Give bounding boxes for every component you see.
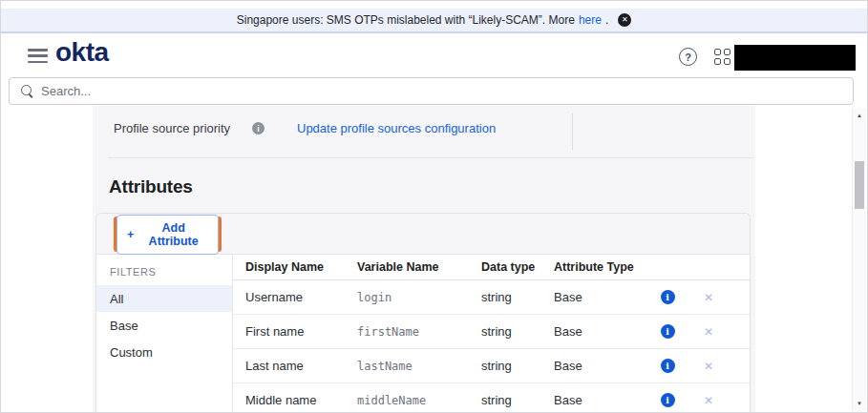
remove-icon[interactable]: ✕ xyxy=(704,360,713,373)
attributes-body: FILTERS All Base Custom Display Name Var… xyxy=(96,255,750,413)
banner-link[interactable]: here xyxy=(579,13,602,27)
info-tooltip-icon[interactable]: i xyxy=(252,122,265,134)
vertical-scrollbar[interactable]: ▲ ▼ xyxy=(852,108,866,411)
top-bar: okta ? xyxy=(1,35,867,75)
cell-display-name: Last name xyxy=(233,359,357,373)
scroll-down-icon[interactable]: ▼ xyxy=(853,401,866,406)
info-icon[interactable]: i xyxy=(661,359,675,373)
remove-icon[interactable]: ✕ xyxy=(704,291,713,304)
page-title: Attributes xyxy=(109,176,193,197)
table-row: First name firstName string Base i ✕ xyxy=(233,315,750,349)
attributes-card: + Add Attribute FILTERS All Base Custom … xyxy=(95,213,751,413)
cell-variable-name: login xyxy=(357,291,481,304)
table-row: Username login string Base i ✕ xyxy=(233,280,750,315)
filters-heading: FILTERS xyxy=(96,258,232,285)
cell-variable-name: middleName xyxy=(357,394,481,407)
filter-item-all[interactable]: All xyxy=(96,285,232,312)
scrollbar-thumb[interactable] xyxy=(855,161,864,209)
info-icon[interactable]: i xyxy=(661,324,675,339)
cell-data-type: string xyxy=(481,393,554,407)
cell-attribute-type: Base xyxy=(554,393,646,407)
banner-text: Singapore users: SMS OTPs mislabeled wit… xyxy=(237,13,575,27)
remove-icon[interactable]: ✕ xyxy=(704,394,713,407)
scroll-up-icon[interactable]: ▲ xyxy=(853,113,866,118)
cell-display-name: Middle name xyxy=(233,393,357,407)
profile-source-label: Profile source priority xyxy=(114,121,230,135)
remove-icon[interactable]: ✕ xyxy=(704,325,713,339)
redacted-account-area xyxy=(734,45,856,71)
filter-item-base[interactable]: Base xyxy=(96,312,232,339)
attributes-toolbar: + Add Attribute xyxy=(96,214,750,255)
hamburger-menu-icon[interactable] xyxy=(28,49,48,63)
filters-panel: FILTERS All Base Custom xyxy=(96,255,233,413)
help-icon[interactable]: ? xyxy=(679,48,697,66)
banner-text-suffix: . xyxy=(605,13,608,27)
info-icon[interactable]: i xyxy=(661,393,675,407)
add-attribute-button[interactable]: + Add Attribute xyxy=(116,215,219,255)
cell-variable-name: lastName xyxy=(357,360,481,373)
global-search xyxy=(9,77,854,105)
profile-source-row: Profile source priority i Update profile… xyxy=(93,106,755,157)
add-attribute-label: Add Attribute xyxy=(138,221,208,248)
cell-attribute-type: Base xyxy=(554,359,646,373)
section-divider xyxy=(572,114,573,150)
banner-close-icon[interactable]: ✕ xyxy=(618,13,631,27)
cell-variable-name: firstName xyxy=(357,325,481,339)
table-row: Last name lastName string Base i ✕ xyxy=(233,349,750,383)
apps-grid-icon[interactable] xyxy=(714,49,730,65)
info-icon[interactable]: i xyxy=(661,290,675,304)
okta-logo: okta xyxy=(55,37,109,68)
table-header-row: Display Name Variable Name Data type Att… xyxy=(233,255,750,280)
cell-data-type: string xyxy=(481,324,554,339)
cell-data-type: string xyxy=(481,290,554,304)
app-window: Singapore users: SMS OTPs mislabeled wit… xyxy=(0,0,868,413)
notification-banner: Singapore users: SMS OTPs mislabeled wit… xyxy=(1,9,867,33)
col-attribute-type: Attribute Type xyxy=(554,260,646,274)
horizontal-rule xyxy=(108,157,753,158)
search-input[interactable] xyxy=(41,84,790,98)
cell-attribute-type: Base xyxy=(554,324,646,339)
table-row: Middle name middleName string Base i ✕ xyxy=(233,383,750,413)
col-variable-name: Variable Name xyxy=(357,260,481,274)
main-content: Profile source priority i Update profile… xyxy=(93,106,755,412)
cell-display-name: Username xyxy=(233,290,357,304)
filter-item-custom[interactable]: Custom xyxy=(96,339,232,365)
col-display-name: Display Name xyxy=(233,260,357,274)
search-icon xyxy=(21,85,33,97)
cell-display-name: First name xyxy=(233,324,357,339)
update-profile-sources-link[interactable]: Update profile sources configuration xyxy=(297,121,496,135)
cell-data-type: string xyxy=(481,359,554,373)
plus-icon: + xyxy=(127,228,134,241)
attributes-table: Display Name Variable Name Data type Att… xyxy=(233,255,750,413)
annotation-highlight-box: + Add Attribute xyxy=(114,217,222,252)
cell-attribute-type: Base xyxy=(554,290,646,304)
col-data-type: Data type xyxy=(481,260,554,274)
